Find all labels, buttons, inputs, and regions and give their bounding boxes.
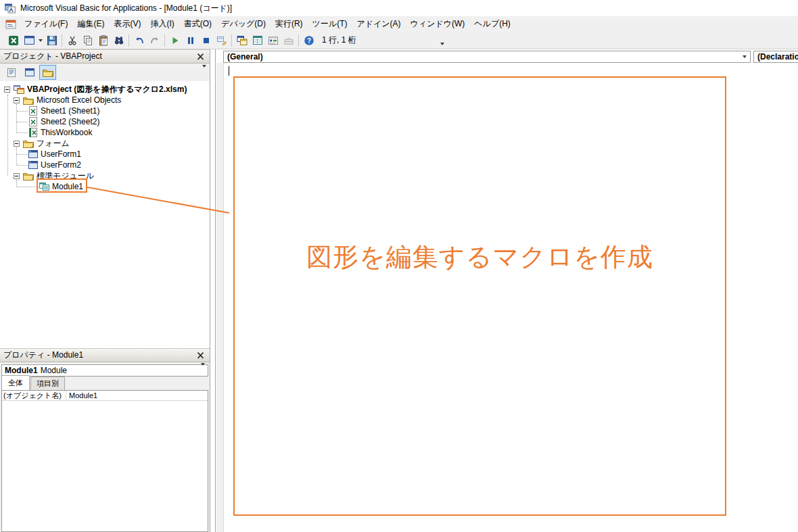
tree-item-label: Sheet1 (Sheet1) <box>41 106 99 116</box>
collapse-minus-icon[interactable] <box>14 141 20 147</box>
excel-sheet-icon <box>28 106 38 116</box>
tab-categorized[interactable]: 項目別 <box>30 377 65 390</box>
toolbar-separator <box>128 34 129 47</box>
code-window-icon[interactable] <box>5 20 16 29</box>
object-dropdown-value: (General) <box>227 52 263 62</box>
insert-userform-icon[interactable] <box>22 33 37 48</box>
menu-tools[interactable]: ツール(T) <box>308 16 352 32</box>
tree-item-label: フォーム <box>37 138 70 149</box>
svg-text:?: ? <box>306 37 310 44</box>
toolbar-options-caret-icon[interactable] <box>438 34 447 47</box>
menu-insert[interactable]: 挿入(I) <box>145 16 179 32</box>
standard-toolbar: ? 1 行, 1 桁 <box>0 32 798 49</box>
property-row[interactable]: (オブジェクト名) Module1 <box>2 391 208 401</box>
toolbox-icon[interactable] <box>281 33 296 48</box>
collapse-minus-icon[interactable] <box>14 97 20 103</box>
object-browser-icon[interactable] <box>265 33 281 48</box>
design-mode-icon[interactable] <box>214 33 229 48</box>
object-selector-dropdown[interactable]: Module1 Module <box>1 364 208 377</box>
folder-icon <box>23 139 34 148</box>
menu-format[interactable]: 書式(O) <box>179 16 216 32</box>
project-explorer-icon[interactable] <box>234 33 250 48</box>
property-name: (オブジェクト名) <box>2 391 66 400</box>
tree-item-vbaproject[interactable]: VBAProject (図形を操作するマクロ2.xlsm) <box>0 84 210 95</box>
tab-alphabetic[interactable]: 全体 <box>1 375 30 390</box>
tree-item-thisworkbook[interactable]: ThisWorkbook <box>0 127 210 138</box>
procedure-dropdown-value: (Declarations) <box>757 52 798 62</box>
selected-object-type: Module <box>41 366 67 375</box>
run-icon[interactable] <box>167 33 183 48</box>
menu-bar: ファイル(F) 編集(E) 表示(V) 挿入(I) 書式(O) デバッグ(D) … <box>0 16 798 32</box>
menu-run[interactable]: 実行(R) <box>271 16 308 32</box>
view-object-icon[interactable] <box>21 65 38 80</box>
collapse-minus-icon[interactable] <box>4 87 10 93</box>
reset-icon[interactable] <box>198 33 214 48</box>
menu-help[interactable]: ヘルプ(H) <box>469 16 515 32</box>
toolbar-separator <box>298 34 299 47</box>
toolbar-separator <box>231 34 232 47</box>
procedure-dropdown[interactable]: (Declarations) <box>753 51 798 63</box>
tree-item-label: ThisWorkbook <box>41 128 92 137</box>
insert-dropdown-caret-icon[interactable] <box>37 33 44 48</box>
view-microsoft-excel-icon[interactable] <box>6 33 22 48</box>
project-close-icon[interactable] <box>194 51 206 62</box>
properties-close-icon[interactable] <box>194 349 206 361</box>
tree-item-userform1[interactable]: UserForm1 <box>0 149 210 160</box>
project-tree: VBAProject (図形を操作するマクロ2.xlsm) Microsoft … <box>0 81 210 348</box>
project-scroll-caret-icon[interactable] <box>202 68 206 77</box>
tree-item-label: Sheet2 (Sheet2) <box>41 117 99 126</box>
tree-item-modules-folder[interactable]: 標準モジュール <box>0 170 210 181</box>
tree-item-forms-folder[interactable]: フォーム <box>0 138 210 149</box>
excel-sheet-icon <box>28 117 38 126</box>
menu-debug[interactable]: デバッグ(D) <box>216 16 271 32</box>
selected-object-name: Module1 <box>5 366 38 375</box>
excel-workbook-icon <box>28 128 38 137</box>
redo-icon[interactable] <box>147 33 162 48</box>
project-panel-header[interactable]: プロジェクト - VBAProject <box>0 49 210 64</box>
tree-item-label: UserForm2 <box>41 160 81 170</box>
menu-view[interactable]: 表示(V) <box>109 16 145 32</box>
annotation-rectangle <box>233 76 726 516</box>
tree-item-sheet1[interactable]: Sheet1 (Sheet1) <box>0 105 210 116</box>
properties-panel-header[interactable]: プロパティ - Module1 <box>0 348 210 362</box>
text-cursor <box>229 66 229 76</box>
save-icon[interactable] <box>44 33 60 48</box>
menu-window[interactable]: ウィンドウ(W) <box>406 16 470 32</box>
properties-panel-title: プロパティ - Module1 <box>3 349 194 361</box>
code-margin-indicator-bar[interactable] <box>216 63 224 532</box>
property-value[interactable]: Module1 <box>66 391 208 400</box>
menu-edit[interactable]: 編集(E) <box>72 16 109 32</box>
menu-addins[interactable]: アドイン(A) <box>352 16 405 32</box>
cut-icon[interactable] <box>64 33 80 48</box>
tree-item-sheet2[interactable]: Sheet2 (Sheet2) <box>0 116 210 127</box>
tree-item-userform2[interactable]: UserForm2 <box>0 160 210 170</box>
toggle-folders-icon[interactable] <box>39 65 56 80</box>
undo-icon[interactable] <box>131 33 147 48</box>
dropdown-caret-icon[interactable] <box>201 366 205 375</box>
tree-item-label: UserForm1 <box>41 149 81 159</box>
panel-splitter[interactable] <box>215 49 216 532</box>
project-panel-title: プロジェクト - VBAProject <box>3 51 194 62</box>
break-icon[interactable] <box>183 33 198 48</box>
tree-item-label: VBAProject (図形を操作するマクロ2.xlsm) <box>27 84 187 95</box>
caret-position-indicator: 1 行, 1 桁 <box>322 34 356 46</box>
menu-file[interactable]: ファイル(F) <box>20 16 72 32</box>
tree-item-label: Microsoft Excel Objects <box>37 95 121 105</box>
properties-panel: プロパティ - Module1 Module1 Module 全体 項目別 (オ… <box>0 348 210 532</box>
view-code-icon[interactable] <box>3 65 20 80</box>
properties-grid: (オブジェクト名) Module1 <box>1 390 208 532</box>
vba-app-icon <box>5 3 16 14</box>
tree-item-module1[interactable]: Module1 <box>0 181 210 192</box>
properties-window-icon[interactable] <box>250 33 265 48</box>
annotation-text: 図形を編集するマクロを作成 <box>233 240 726 274</box>
paste-icon[interactable] <box>95 33 111 48</box>
find-icon[interactable] <box>111 33 126 48</box>
copy-icon[interactable] <box>80 33 95 48</box>
toolbar-separator <box>62 34 62 47</box>
tree-item-excel-objects-folder[interactable]: Microsoft Excel Objects <box>0 95 210 105</box>
folder-icon <box>23 96 34 105</box>
object-dropdown[interactable]: (General) <box>223 51 751 63</box>
dropdown-caret-icon[interactable] <box>739 51 750 62</box>
collapse-minus-icon[interactable] <box>14 173 20 179</box>
help-icon[interactable]: ? <box>301 33 316 48</box>
